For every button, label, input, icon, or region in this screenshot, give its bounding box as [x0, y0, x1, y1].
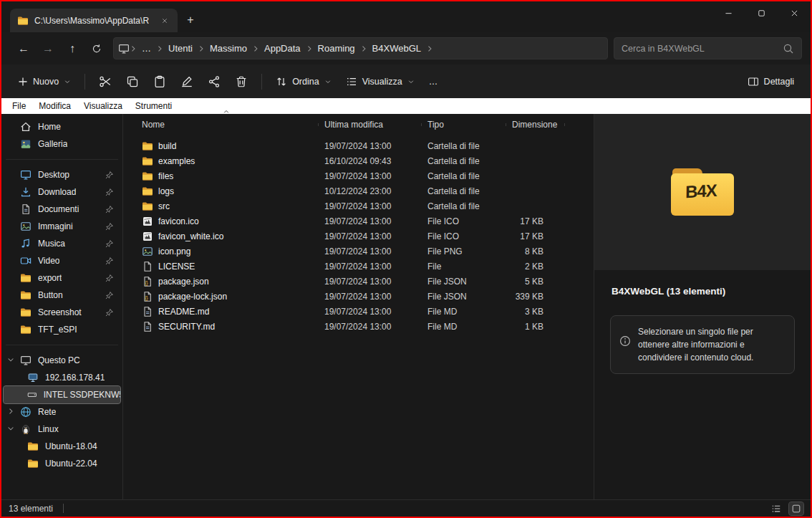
sidebar-item-intel-ssd[interactable]: INTEL SSDPEKNW512 [4, 386, 120, 403]
file-row[interactable]: src 19/07/2024 13:00 Cartella di file [123, 198, 594, 214]
sidebar-item-immagini[interactable]: Immagini [1, 218, 122, 235]
folder-icon [20, 272, 32, 284]
sidebar-item-screenshot[interactable]: Screenshot [1, 304, 122, 321]
see-more-button[interactable]: … [422, 72, 445, 92]
share-button[interactable] [201, 70, 227, 93]
sidebar-item-desktop[interactable]: Desktop [1, 166, 122, 183]
view-button[interactable]: Visualizza [339, 71, 421, 92]
sidebar-item-ubuntu-2204[interactable]: Ubuntu-22.04 [1, 455, 122, 472]
chevron-right-icon[interactable] [6, 407, 16, 416]
file-row[interactable]: package-lock.json 19/07/2024 13:00 File … [123, 289, 594, 304]
menu-file[interactable]: File [6, 101, 32, 111]
column-header-tipo[interactable]: Tipo [422, 120, 506, 130]
drive-icon [27, 389, 37, 401]
menu-visualizza[interactable]: Visualizza [77, 101, 129, 111]
sidebar-item-button[interactable]: Button [1, 287, 122, 304]
maximize-button[interactable] [745, 1, 778, 24]
close-button[interactable] [778, 1, 811, 24]
column-header-dimensione[interactable]: Dimensione [506, 120, 565, 130]
sidebar-item-label: Rete [38, 407, 56, 417]
file-row[interactable]: icon.png 19/07/2024 13:00 File PNG 8 KB [123, 244, 594, 259]
file-row[interactable]: examples 16/10/2024 09:43 Cartella di fi… [123, 153, 594, 168]
up-button[interactable]: ↑ [60, 38, 84, 59]
file-type: File MD [422, 322, 506, 332]
file-row[interactable]: favicon_white.ico 19/07/2024 13:00 File … [123, 229, 594, 244]
new-tab-button[interactable]: + [183, 13, 198, 27]
breadcrumb-collapsed[interactable]: … [137, 42, 156, 55]
details-view-button[interactable] [769, 502, 783, 515]
file-row[interactable]: LICENSE 19/07/2024 13:00 File 2 KB [123, 259, 594, 274]
file-rows: build 19/07/2024 13:00 Cartella di file … [123, 134, 594, 334]
back-button[interactable]: ← [11, 38, 36, 59]
folder-preview-icon: B4X [671, 168, 734, 216]
share-icon [208, 75, 221, 88]
search-input[interactable] [622, 44, 783, 54]
sidebar-item-rete[interactable]: Rete [1, 403, 122, 421]
refresh-button[interactable] [84, 38, 109, 59]
file-row[interactable]: favicon.ico 19/07/2024 13:00 File ICO 17… [123, 214, 594, 229]
sidebar-item-documenti[interactable]: Documenti [1, 201, 122, 218]
file-row[interactable]: README.md 19/07/2024 13:00 File MD 3 KB [123, 304, 594, 319]
new-button[interactable]: Nuovo [11, 72, 77, 92]
gallery-icon [20, 138, 32, 150]
menu-strumenti[interactable]: Strumenti [129, 101, 178, 111]
thumbnail-view-button[interactable] [789, 502, 803, 515]
breadcrumb-massimo[interactable]: Massimo [205, 42, 252, 55]
chevron-down-icon[interactable] [6, 424, 16, 433]
document-icon [20, 203, 32, 215]
file-row[interactable]: logs 10/12/2024 23:00 Cartella di file [123, 183, 594, 198]
sidebar-item-musica[interactable]: Musica [1, 235, 122, 252]
sort-button[interactable]: Ordina [269, 71, 338, 92]
file-name: build [158, 141, 176, 151]
minimize-button[interactable] [712, 1, 745, 24]
chevron-down-icon [407, 78, 415, 85]
rename-button[interactable] [174, 70, 200, 93]
file-size: 1 KB [506, 322, 565, 332]
tab-close-button[interactable] [158, 14, 172, 28]
toolbar-separator [261, 74, 262, 90]
file-modified: 19/07/2024 13:00 [319, 262, 422, 272]
column-header-nome[interactable]: Nome [136, 120, 319, 130]
explorer-tab[interactable]: C:\Users\Massimo\AppData\R [10, 9, 178, 32]
file-row[interactable]: files 19/07/2024 13:00 Cartella di file [123, 168, 594, 183]
new-button-label: Nuovo [33, 77, 59, 87]
cut-button[interactable] [92, 70, 118, 93]
details-pane-button[interactable]: Dettagli [741, 71, 801, 92]
search-box [614, 37, 802, 59]
folder-icon [142, 155, 153, 167]
file-row[interactable]: package.json 19/07/2024 13:00 File JSON … [123, 274, 594, 289]
forward-button[interactable]: → [36, 38, 60, 59]
column-header-ultima-modifica[interactable]: Ultima modifica [319, 120, 422, 130]
sidebar-item-home[interactable]: Home [1, 118, 122, 135]
sidebar-item-questo-pc[interactable]: Questo PC [1, 352, 122, 369]
address-bar[interactable]: … Utenti Massimo AppData Roaming B4XWebG… [113, 37, 608, 59]
sidebar-item-linux[interactable]: Linux [1, 421, 122, 438]
delete-button[interactable] [228, 70, 254, 93]
sidebar-separator [6, 159, 118, 160]
file-name: src [158, 201, 170, 211]
file-row[interactable]: SECURITY.md 19/07/2024 13:00 File MD 1 K… [123, 319, 594, 334]
sidebar-item-download[interactable]: Download [1, 183, 122, 201]
ico-file-icon [142, 231, 153, 242]
sidebar-item-export[interactable]: export [1, 269, 122, 287]
breadcrumb-utenti[interactable]: Utenti [163, 42, 198, 55]
file-size: 339 KB [506, 292, 565, 302]
sidebar-item-network-pc[interactable]: 192.168.178.41 [1, 369, 122, 386]
paste-button[interactable] [147, 70, 173, 93]
breadcrumb-appdata[interactable]: AppData [259, 42, 306, 55]
sidebar-item-video[interactable]: Video [1, 252, 122, 269]
breadcrumb-roaming[interactable]: Roaming [313, 42, 360, 55]
file-type: File JSON [422, 292, 506, 302]
file-size: 5 KB [506, 277, 565, 287]
chevron-down-icon[interactable] [6, 355, 16, 365]
titlebar: C:\Users\Massimo\AppData\R + [1, 1, 811, 32]
copy-button[interactable] [120, 70, 145, 93]
file-row[interactable]: build 19/07/2024 13:00 Cartella di file [123, 138, 594, 153]
breadcrumb-b4xwebgl[interactable]: B4XWebGL [367, 42, 426, 55]
column-headers: Nome Ultima modifica Tipo Dimensione [123, 115, 594, 134]
sidebar-item-galleria[interactable]: Galleria [1, 135, 122, 153]
sidebar-item-tft-espi[interactable]: TFT_eSPI [1, 321, 122, 338]
menu-modifica[interactable]: Modifica [32, 101, 77, 111]
sidebar-item-ubuntu-1804[interactable]: Ubuntu-18.04 [1, 438, 122, 455]
file-modified: 19/07/2024 13:00 [319, 246, 422, 256]
